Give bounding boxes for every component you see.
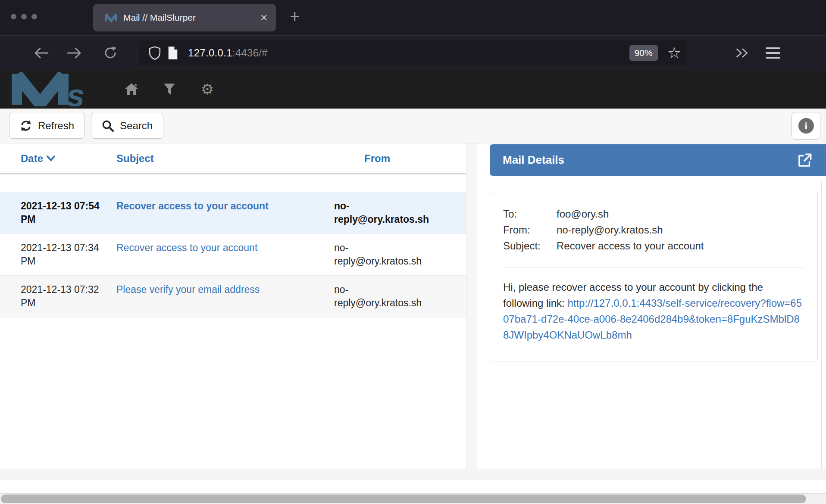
- url-port-path: :4436/#: [232, 47, 268, 59]
- sort-desc-icon: [47, 156, 55, 162]
- detail-divider: [503, 268, 804, 268]
- open-external-icon[interactable]: [798, 153, 812, 168]
- browser-nav-toolbar: 127.0.0.1:4436/# 90% ☆: [0, 35, 826, 70]
- subject-label: Subject:: [503, 238, 557, 254]
- menu-icon[interactable]: [766, 47, 780, 59]
- mail-subject-link[interactable]: Recover access to your account: [116, 200, 269, 212]
- mail-rows: 2021-12-13 07:54 PM Recover access to yo…: [0, 174, 466, 317]
- svg-text:s: s: [67, 78, 84, 106]
- column-header-date[interactable]: Date: [0, 152, 116, 165]
- forward-icon[interactable]: [66, 45, 82, 61]
- mail-details-panel: Mail Details To:foo@ory.sh From:no-reply…: [477, 143, 826, 469]
- mail-list-header: Date Subject From: [0, 143, 466, 174]
- from-label: From:: [503, 222, 557, 238]
- mail-date: 2021-12-13 07:34 PM: [0, 241, 108, 268]
- mail-date: 2021-12-13 07:32 PM: [0, 283, 108, 310]
- mailslurper-logo: s: [12, 72, 98, 106]
- browser-tab[interactable]: Mail // MailSlurper ×: [93, 4, 276, 31]
- subject-value: Recover access to your account: [557, 238, 704, 254]
- mail-details-title: Mail Details: [490, 153, 798, 167]
- new-tab-button[interactable]: +: [290, 8, 300, 25]
- settings-gear-icon[interactable]: ⚙: [200, 81, 215, 97]
- to-value: foo@ory.sh: [557, 206, 609, 222]
- mail-details-header: Mail Details: [490, 144, 826, 176]
- search-label: Search: [120, 120, 153, 132]
- overflow-chevrons-icon[interactable]: [735, 45, 750, 61]
- tab-title: Mail // MailSlurper: [123, 12, 259, 23]
- main-content: Date Subject From 2021-12-13 07:54 PM Re…: [0, 143, 826, 469]
- mail-date: 2021-12-13 07:54 PM: [0, 199, 108, 226]
- search-button[interactable]: Search: [91, 113, 163, 139]
- back-icon[interactable]: [34, 45, 49, 61]
- window-controls[interactable]: [11, 14, 37, 19]
- tab-close-icon[interactable]: ×: [259, 12, 269, 24]
- browser-titlebar: Mail // MailSlurper × +: [0, 0, 826, 35]
- column-header-subject[interactable]: Subject: [116, 152, 334, 165]
- mail-from: no-reply@ory.kratos.sh: [334, 241, 466, 268]
- url-text: 127.0.0.1:4436/#: [188, 47, 629, 59]
- mail-row[interactable]: 2021-12-13 07:32 PM Please verify your e…: [0, 276, 466, 317]
- footer-strip: [0, 469, 826, 480]
- info-button[interactable]: i: [792, 112, 820, 140]
- bookmark-star-icon[interactable]: ☆: [667, 45, 681, 61]
- home-icon[interactable]: [124, 81, 139, 97]
- mail-subject-link[interactable]: Recover access to your account: [116, 242, 257, 253]
- mail-detail-card: To:foo@ory.sh From:no-reply@ory.kratos.s…: [490, 192, 818, 361]
- mail-row[interactable]: 2021-12-13 07:34 PM Recover access to yo…: [0, 234, 466, 276]
- refresh-button[interactable]: Refresh: [9, 113, 85, 139]
- refresh-label: Refresh: [38, 120, 74, 132]
- refresh-icon: [20, 120, 32, 132]
- mail-from: no-reply@ory.kratos.sh: [334, 283, 466, 310]
- shield-icon[interactable]: [147, 46, 162, 60]
- mail-from: no-reply@ory.kratos.sh: [334, 199, 466, 226]
- mail-subject-link[interactable]: Please verify your email address: [116, 284, 260, 295]
- page-info-icon[interactable]: [166, 46, 180, 60]
- zoom-level-badge[interactable]: 90%: [629, 45, 658, 61]
- mail-list-panel: Date Subject From 2021-12-13 07:54 PM Re…: [0, 143, 466, 469]
- column-header-from[interactable]: From: [334, 152, 466, 165]
- scrollbar-thumb[interactable]: [1, 495, 806, 503]
- mailslurper-favicon: [105, 13, 117, 22]
- mailslurper-navbar: s ⚙: [0, 70, 826, 109]
- action-toolbar: Refresh Search i: [0, 109, 826, 143]
- url-host: 127.0.0.1: [188, 47, 232, 59]
- url-bar[interactable]: 127.0.0.1:4436/# 90% ☆: [139, 40, 686, 65]
- to-label: To:: [503, 206, 557, 222]
- search-icon: [102, 120, 114, 132]
- page-bottom-gap: [0, 480, 826, 493]
- reload-icon[interactable]: [103, 45, 118, 61]
- horizontal-scrollbar[interactable]: [0, 493, 826, 504]
- mail-body: Hi, please recover access to your accoun…: [503, 279, 804, 347]
- filter-icon[interactable]: [162, 81, 177, 97]
- panel-divider: [466, 143, 477, 469]
- from-value: no-reply@ory.kratos.sh: [557, 222, 663, 238]
- info-icon: i: [798, 118, 814, 134]
- mail-row[interactable]: 2021-12-13 07:54 PM Recover access to yo…: [0, 192, 466, 234]
